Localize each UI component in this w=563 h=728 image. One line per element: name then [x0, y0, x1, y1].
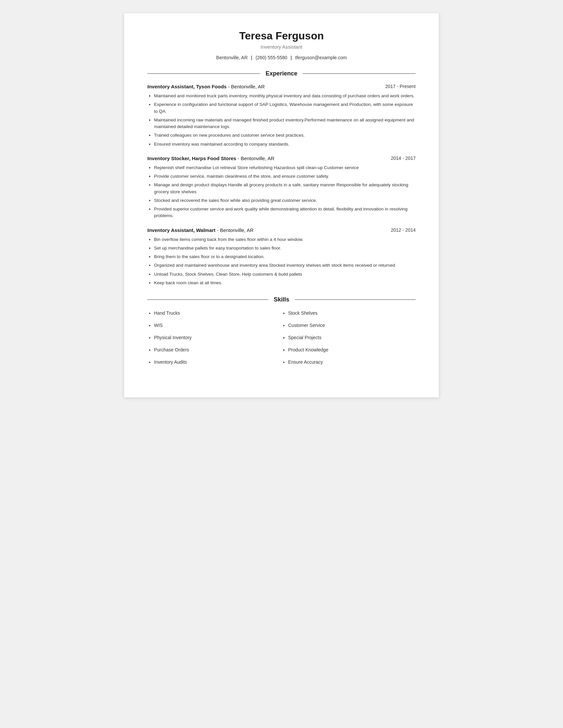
skills-right-column: Stock Shelves Customer Service Special P…: [282, 310, 416, 371]
job-location-2: - Bentonville, AR: [236, 156, 274, 161]
job-title-1: Inventory Assistant, Tyson Foods: [147, 84, 226, 89]
job-title-company-2: Inventory Stocker, Harps Food Stores - B…: [147, 156, 274, 161]
bullet-3-2: Set up merchandise pallets for easy tran…: [154, 245, 416, 251]
contact-phone: (260) 555-5580: [256, 55, 288, 60]
job-title-company-1: Inventory Assistant, Tyson Foods - Bento…: [147, 84, 264, 89]
experience-line-right: [303, 73, 416, 74]
job-entry-1: Inventory Assistant, Tyson Foods - Bento…: [147, 84, 416, 148]
skill-left-5: Inventory Audits: [154, 359, 282, 366]
experience-section-header: Experience: [147, 70, 416, 77]
bullet-1-3: Maintained incoming raw materials and ma…: [154, 117, 416, 130]
skills-section-title: Skills: [273, 296, 289, 303]
resume-header: Teresa Ferguson Inventory Assistant Bent…: [147, 30, 416, 60]
bullet-2-5: Provided superior customer service and w…: [154, 206, 416, 219]
bullet-1-1: Maintained and monitored truck parts inv…: [154, 93, 416, 99]
skill-left-3: Physical Inventory: [154, 334, 282, 341]
job-header-3: Inventory Assistant, Walmart - Bentonvil…: [147, 227, 416, 233]
job-entry-3: Inventory Assistant, Walmart - Bentonvil…: [147, 227, 416, 287]
bullet-3-4: Organized and maintained warehouse and i…: [154, 262, 416, 269]
skills-section: Skills Hand Trucks WIS Physical Inventor…: [147, 296, 416, 371]
bullet-2-4: Stocked and recovered the sales floor wh…: [154, 197, 416, 204]
skills-line-right: [295, 299, 416, 300]
job-title-2: Inventory Stocker, Harps Food Stores: [147, 156, 236, 161]
job-dates-1: 2017 - Present: [385, 84, 416, 89]
skill-left-1: Hand Trucks: [154, 310, 282, 317]
experience-line-left: [147, 73, 260, 74]
job-title-3: Inventory Assistant, Walmart: [147, 227, 215, 233]
job-location-3: - Bentonville, AR: [215, 227, 254, 233]
separator-1: |: [251, 55, 252, 60]
contact-email: tferguson@example.com: [295, 55, 347, 60]
job-title-company-3: Inventory Assistant, Walmart - Bentonvil…: [147, 227, 254, 233]
skills-left-column: Hand Trucks WIS Physical Inventory Purch…: [147, 310, 282, 371]
bullet-2-3: Manage and design product displays Handl…: [154, 182, 416, 195]
bullet-2-1: Replenish shelf merchandise Lot retrieva…: [154, 164, 416, 171]
job-dates-2: 2014 - 2017: [391, 156, 416, 161]
job-bullets-2: Replenish shelf merchandise Lot retrieva…: [147, 164, 416, 219]
resume-page: Teresa Ferguson Inventory Assistant Bent…: [124, 13, 439, 397]
bullet-3-6: Keep back room clean at all times.: [154, 280, 416, 286]
job-bullets-3: Bin overflow items coming back from the …: [147, 236, 416, 287]
skill-right-4: Product Knowledge: [288, 346, 416, 353]
skills-grid: Hand Trucks WIS Physical Inventory Purch…: [147, 310, 416, 371]
job-header-2: Inventory Stocker, Harps Food Stores - B…: [147, 156, 416, 161]
job-dates-3: 2012 - 2014: [391, 227, 416, 233]
job-entry-2: Inventory Stocker, Harps Food Stores - B…: [147, 156, 416, 219]
bullet-2-2: Provide customer service, maintain clean…: [154, 173, 416, 180]
skill-right-3: Special Projects: [288, 334, 416, 341]
contact-info: Bentonville, AR | (260) 555-5580 | tferg…: [147, 55, 416, 60]
skills-line-left: [147, 299, 268, 300]
skill-right-1: Stock Shelves: [288, 310, 416, 317]
skill-left-2: WIS: [154, 322, 282, 329]
job-location-1: - Bentonville, AR: [226, 84, 264, 89]
contact-location: Bentonville, AR: [216, 55, 248, 60]
bullet-1-5: Ensured inventory was maintained accordi…: [154, 141, 416, 148]
skill-right-5: Ensure Accuracy: [288, 359, 416, 366]
bullet-3-5: Unload Trucks, Stock Shelves, Clean Stor…: [154, 271, 416, 278]
job-header-1: Inventory Assistant, Tyson Foods - Bento…: [147, 84, 416, 89]
bullet-1-2: Experience in configuration and function…: [154, 101, 416, 115]
skills-section-header: Skills: [147, 296, 416, 303]
experience-section-title: Experience: [265, 70, 298, 77]
separator-2: |: [291, 55, 292, 60]
job-bullets-1: Maintained and monitored truck parts inv…: [147, 93, 416, 148]
candidate-title: Inventory Assistant: [147, 44, 416, 50]
skill-right-2: Customer Service: [288, 322, 416, 329]
bullet-3-1: Bin overflow items coming back from the …: [154, 236, 416, 243]
bullet-1-4: Trained colleagues on new procedures and…: [154, 132, 416, 139]
bullet-3-3: Bring them to the sales floor or to a de…: [154, 253, 416, 260]
candidate-name: Teresa Ferguson: [147, 30, 416, 42]
skill-left-4: Purchase Orders: [154, 346, 282, 353]
experience-section: Experience Inventory Assistant, Tyson Fo…: [147, 70, 416, 286]
